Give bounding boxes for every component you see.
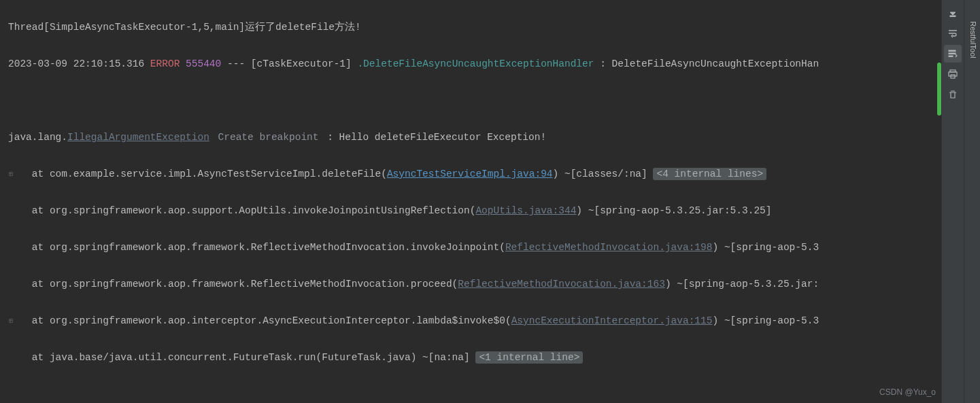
svg-rect-3 [949,56,953,57]
scroll-to-end-button[interactable] [944,4,962,22]
console-output[interactable]: Thread[SimpleAsyncTaskExecutor-1,5,main]… [0,0,937,403]
log-message: : DeleteFileAsyncUncaughtExceptionHan [594,58,819,69]
exception-class-link[interactable]: IllegalArgumentException [67,132,209,143]
source-file-link[interactable]: ReflectiveMethodInvocation.java:163 [458,279,665,290]
print-button[interactable] [944,65,962,83]
svg-rect-5 [949,72,957,76]
stack-frame: at org.springframework.aop.interceptor.A… [8,315,511,326]
log-level-error: ERROR [150,58,180,69]
source-file-link[interactable]: AopUtils.java:344 [475,205,576,216]
right-tool-window-stripe: RestfulTool [964,0,980,403]
create-breakpoint-button[interactable]: Create breakpoint [216,132,322,143]
exception-prefix: java.lang. [8,132,67,143]
console-toolbar [941,0,964,403]
stack-suffix: ) ~[spring-aop-5.3 [712,242,819,253]
folded-internal-lines-badge[interactable]: <1 internal line> [475,351,583,364]
stack-frame: at java.base/java.util.concurrent.Future… [8,352,475,363]
exception-message: : Hello deleteFileExecutor Exception! [322,132,547,143]
source-file-link[interactable]: AsyncTestServiceImpl.java:94 [387,169,553,179]
source-file-link[interactable]: ReflectiveMethodInvocation.java:198 [505,242,713,253]
stack-suffix: ) ~[spring-aop-5.3.25.jar:5.3.25] [576,205,771,216]
stack-frame: at com.example.service.impl.AsyncTestSer… [8,169,387,179]
fold-toggle-icon[interactable]: ⊞ [9,312,13,330]
svg-rect-0 [950,16,956,17]
scroll-to-stacktrace-button[interactable] [944,45,962,63]
stack-suffix: ) ~[classes/:na] [553,169,654,179]
log-thread: --- [cTaskExecutor-1] [221,58,357,69]
log-timestamp: 2023-03-09 22:10:15.316 [8,58,150,69]
soft-wrap-button[interactable] [944,24,962,42]
source-file-link[interactable]: AsyncExecutionInterceptor.java:115 [511,315,713,326]
stack-suffix: ) ~[spring-aop-5.3.25.jar: [665,279,819,290]
log-logger: .DeleteFileAsyncUncaughtExceptionHandler [357,58,594,69]
stack-suffix: ) ~[spring-aop-5.3 [712,315,819,326]
log-line: Thread[SimpleAsyncTaskExecutor-1,5,main]… [8,22,361,33]
svg-rect-1 [949,50,956,52]
watermark-text: CSDN @Yux_o [879,383,936,402]
folded-internal-lines-badge[interactable]: <4 internal lines> [653,168,766,180]
fold-toggle-icon[interactable]: ⊞ [9,165,13,183]
restfultool-tab[interactable]: RestfulTool [963,21,980,58]
clear-all-button[interactable] [944,86,962,103]
stack-frame: at org.springframework.aop.framework.Ref… [8,242,505,253]
log-pid: 555440 [180,58,221,69]
svg-rect-2 [949,53,956,54]
stack-frame: at org.springframework.aop.framework.Ref… [8,279,458,290]
stack-frame: at org.springframework.aop.support.AopUt… [8,205,475,216]
